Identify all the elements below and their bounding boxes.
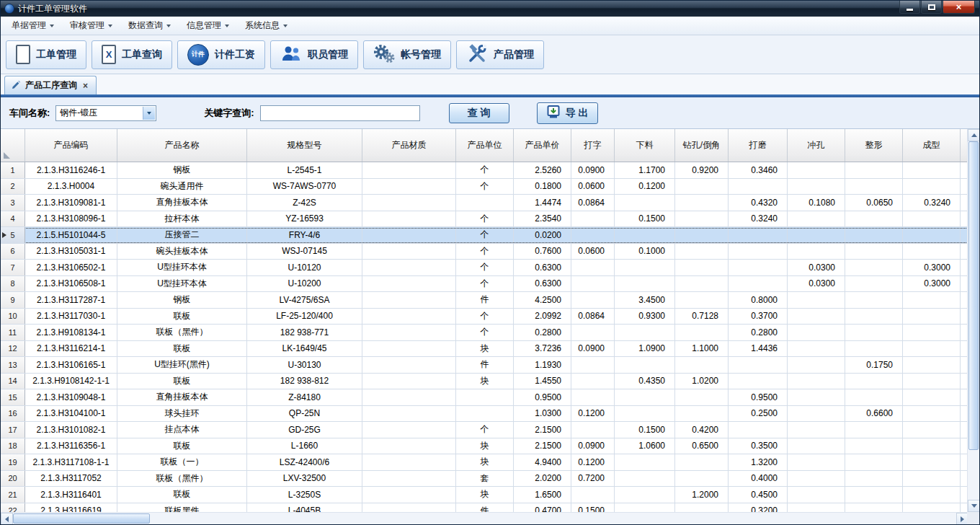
table-row[interactable]: 152.1.3.H3109048-1直角挂板本体Z-841800.95000.9…: [1, 389, 968, 406]
table-row[interactable]: 172.1.3.H3101082-1挂点本体GD-25G个2.15000.150…: [1, 422, 968, 438]
column-header[interactable]: 规格型号: [247, 129, 362, 162]
cell: 0.4320: [729, 195, 788, 211]
table-row[interactable]: 202.1.3.H3117052联板（黑件）LXV-32500套2.02000.…: [1, 471, 968, 488]
table-row[interactable]: 142.1.3.H9108142-1-1联板182 938-812块1.4550…: [1, 374, 968, 390]
horizontal-scroll-thumb[interactable]: [13, 513, 150, 524]
table-row[interactable]: 222.1.3.H3116619联板黑件L-4045B件0.47000.1500…: [1, 503, 968, 513]
cell: [903, 422, 961, 438]
cell: [615, 406, 675, 422]
tab-close-icon[interactable]: ×: [81, 81, 89, 91]
column-header[interactable]: 下料: [615, 129, 675, 162]
cell: [788, 179, 845, 195]
workshop-combobox[interactable]: 钢件-锻压: [55, 105, 156, 121]
keyword-input[interactable]: [260, 105, 420, 121]
cell: [845, 244, 903, 260]
cell: 个: [456, 227, 514, 243]
table-row[interactable]: 32.1.3.H3109081-1直角挂板本体Z-42S1.44740.0864…: [1, 195, 968, 211]
cell: [788, 244, 845, 260]
table-row[interactable]: 192.1.3.H3117108-1-1联板（一）LSZ-42400/6块4.9…: [1, 454, 968, 471]
cell: 件: [456, 503, 514, 513]
column-header[interactable]: 钻孔/倒角: [675, 129, 729, 162]
minimize-button[interactable]: [899, 1, 920, 14]
column-header[interactable]: 产品单位: [456, 129, 514, 162]
scroll-up-button[interactable]: [968, 129, 980, 141]
table-row[interactable]: 92.1.3.H3117287-1钢板LV-4275/6SA件4.25003.4…: [1, 292, 968, 309]
table-row[interactable]: 212.1.3.H3116401联板L-3250S块1.65001.20000.…: [1, 487, 968, 503]
menu-item-audit-management[interactable]: 审核管理: [62, 18, 120, 34]
cell: [903, 357, 961, 373]
row-number: 6: [1, 244, 25, 260]
tab-product-process-query[interactable]: 产品工序查询 ×: [4, 76, 97, 94]
column-header[interactable]: 打字: [571, 129, 615, 162]
column-header[interactable]: 打磨: [729, 129, 788, 162]
row-number: 5: [1, 227, 25, 243]
cell: L-3250S: [247, 487, 362, 503]
table-row[interactable]: 102.1.3.H3117030-1联板LF-25-120/400个2.0992…: [1, 309, 968, 325]
cell: 联板: [117, 487, 247, 503]
workorder-management-button[interactable]: 工单管理: [6, 40, 86, 69]
cell: 0.9500: [514, 389, 571, 405]
horizontal-scrollbar[interactable]: [1, 512, 968, 524]
cell: 件: [456, 292, 514, 308]
column-header[interactable]: 产品名称: [117, 129, 247, 162]
cell: [788, 454, 845, 470]
cell: 件: [456, 357, 514, 373]
table-row[interactable]: 72.1.3.H3106502-1U型挂环本体U-10120个0.63000.0…: [1, 260, 968, 276]
vertical-scrollbar[interactable]: [967, 129, 979, 512]
table-body: 12.1.3.H3116246-1钢板L-2545-1个2.52600.0900…: [1, 162, 968, 512]
column-header[interactable]: 冲孔: [788, 129, 845, 162]
cell: [675, 211, 729, 227]
table-row[interactable]: 62.1.3.H3105031-1碗头挂板本体WSJ-07145个0.76000…: [1, 244, 968, 260]
column-header[interactable]: 整形: [845, 129, 903, 162]
vertical-scroll-thumb[interactable]: [968, 141, 979, 450]
document-icon: [16, 45, 30, 64]
cell: U-10200: [247, 276, 362, 292]
window-title: 计件工单管理软件: [18, 3, 87, 15]
table-row[interactable]: 122.1.3.H3116214-1联板LK-1649/45块3.72360.0…: [1, 341, 968, 358]
table-row[interactable]: 82.1.3.H3106508-1U型挂环本体U-10200个0.63000.0…: [1, 276, 968, 293]
table-row[interactable]: 42.1.3.H3108096-1拉杆本体YZ-16593个2.35400.15…: [1, 211, 968, 228]
table-row[interactable]: 12.1.3.H3116246-1钢板L-2545-1个2.52600.0900…: [1, 162, 968, 179]
cell: 0.6500: [675, 438, 729, 454]
scroll-left-button[interactable]: [1, 513, 13, 525]
table-row[interactable]: 132.1.3.H3106165-1U型挂环(黑件)U-30130件1.1930…: [1, 357, 968, 374]
workorder-query-button[interactable]: X 工单查询: [92, 40, 172, 69]
column-header[interactable]: 产品材质: [362, 129, 456, 162]
menu-item-bill-management[interactable]: 单据管理: [4, 18, 62, 34]
chevron-down-icon: [283, 25, 288, 27]
table-row[interactable]: 112.1.3.H9108134-1联板（黑件）182 938-771个0.28…: [1, 325, 968, 341]
chevron-down-icon: [108, 25, 112, 27]
table-row[interactable]: 22.1.3.H0004碗头通用件WS-7AWS-0770个0.18000.06…: [1, 179, 968, 195]
vertical-scroll-track[interactable]: [968, 141, 979, 500]
cell: 0.0900: [571, 438, 615, 454]
column-header[interactable]: 产品单价: [514, 129, 571, 162]
scroll-down-button[interactable]: [968, 500, 980, 512]
horizontal-scroll-track[interactable]: [13, 513, 956, 524]
maximize-button[interactable]: [921, 1, 942, 14]
staff-management-button[interactable]: 职员管理: [270, 40, 358, 69]
row-number: 20: [1, 471, 25, 487]
menu-item-label: 单据管理: [12, 19, 46, 32]
combobox-dropdown-button[interactable]: [143, 107, 155, 120]
column-header[interactable]: 成型: [903, 129, 961, 162]
select-all-corner[interactable]: [1, 129, 25, 162]
column-header[interactable]: 产品编码: [25, 129, 117, 162]
table-row[interactable]: 52.1.5.H5101044-5压接管二FRY-4/6个0.0200: [1, 227, 968, 244]
account-management-button[interactable]: 帐号管理: [363, 40, 451, 69]
table-row[interactable]: 162.1.3.H3104100-1球头挂环QP-25N1.03000.1200…: [1, 406, 968, 423]
row-number: 4: [1, 211, 25, 227]
cell: [903, 227, 961, 243]
product-management-button[interactable]: 产品管理: [456, 40, 544, 69]
cell: [362, 211, 456, 227]
piecework-wage-button[interactable]: 计件 计件工资: [177, 40, 265, 69]
query-button[interactable]: 查 询: [449, 103, 509, 123]
table-row[interactable]: 182.1.3.H3116356-1联板L-1660块2.15000.09001…: [1, 438, 968, 455]
cell: U型挂环(黑件): [117, 357, 247, 373]
menu-item-data-query[interactable]: 数据查询: [120, 18, 179, 34]
menu-item-info-management[interactable]: 信息管理: [179, 18, 237, 34]
cell: [729, 357, 788, 373]
close-button[interactable]: ×: [943, 1, 975, 14]
export-button[interactable]: 导 出: [537, 102, 598, 124]
menu-item-system-info[interactable]: 系统信息: [237, 18, 295, 34]
cell: 4.9400: [514, 454, 571, 470]
